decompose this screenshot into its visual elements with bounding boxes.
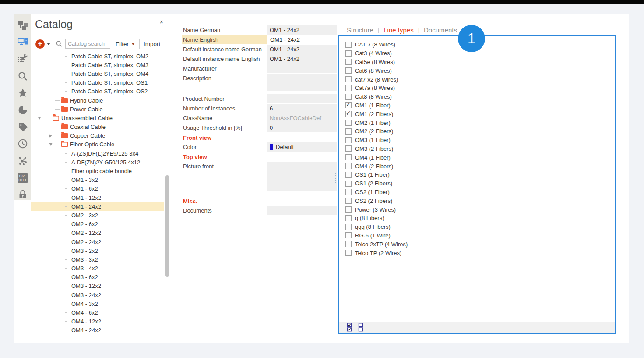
line-type-checkbox[interactable] xyxy=(345,76,352,82)
tree-item[interactable]: Fiber Optic Cable xyxy=(31,140,164,149)
line-type-row[interactable]: OM3 (1 Fiber) xyxy=(345,136,408,145)
line-type-checkbox[interactable] xyxy=(345,198,352,204)
line-type-row[interactable]: Telco TP (2 Wires) xyxy=(345,248,408,257)
line-type-checkbox[interactable] xyxy=(345,42,352,48)
search-icon[interactable] xyxy=(17,71,28,82)
tree-item[interactable]: A-DF(ZN)2Y G50/125 4x12 xyxy=(31,158,164,167)
line-type-checkbox[interactable] xyxy=(345,215,352,221)
tree-item[interactable]: OM1 - 6x2 xyxy=(31,184,164,193)
tree-item[interactable]: Patch Cable ST, simplex, OM2 xyxy=(31,52,164,60)
line-type-checkbox[interactable] xyxy=(345,241,352,247)
line-type-checkbox[interactable] xyxy=(345,120,352,126)
tree-item[interactable]: OM3 - 3x2 xyxy=(31,255,164,264)
line-type-checkbox[interactable] xyxy=(345,232,352,238)
line-type-checkbox[interactable] xyxy=(345,137,352,143)
property-value[interactable]: 0 xyxy=(267,123,337,132)
tree-item[interactable]: OM3 - 12x2 xyxy=(31,282,164,291)
import-button[interactable]: Import xyxy=(144,41,160,47)
line-type-row[interactable]: OM2 (2 Fibers) xyxy=(345,127,408,136)
line-type-row[interactable]: OM4 (2 Fibers) xyxy=(345,162,408,170)
property-value[interactable] xyxy=(267,206,337,215)
line-type-checkbox[interactable] xyxy=(345,102,352,108)
property-value[interactable]: Default xyxy=(267,142,337,152)
tree-item[interactable]: OM1 - 12x2 xyxy=(31,193,164,202)
close-icon[interactable]: × xyxy=(158,18,165,26)
property-value[interactable] xyxy=(267,162,337,191)
tree-item[interactable]: OM3 - 4x2 xyxy=(31,264,164,273)
tree-item[interactable]: OM3 - 24x2 xyxy=(31,291,164,299)
line-type-row[interactable]: qqq (8 Fibers) xyxy=(345,223,408,231)
tab-line-types[interactable]: Line types xyxy=(384,26,413,34)
tree-item[interactable]: A-(ZS)DF(L)2YE9/125 3x4 xyxy=(31,149,164,158)
line-type-checkbox[interactable] xyxy=(345,145,352,152)
tree-item[interactable]: OM4 - 24x2 xyxy=(31,326,164,335)
tree-item[interactable]: Patch Cable ST, simplex, OS2 xyxy=(31,87,164,96)
tree-item[interactable]: OM2 - 6x2 xyxy=(31,220,164,229)
line-type-checkbox[interactable] xyxy=(345,189,352,195)
tree-item[interactable]: Coaxial Cable xyxy=(31,123,164,131)
line-type-row[interactable]: Cat6 (8 Wires) xyxy=(345,66,408,75)
line-type-checkbox[interactable] xyxy=(345,59,352,65)
line-type-checkbox[interactable] xyxy=(345,250,352,256)
line-type-row[interactable]: OS2 (1 Fiber) xyxy=(345,188,408,197)
network-nodes-icon[interactable] xyxy=(17,155,28,167)
line-type-row[interactable]: OM4 (1 Fiber) xyxy=(345,153,408,162)
tree-item[interactable]: OM1 - 24x2 xyxy=(31,202,164,211)
line-type-checkbox[interactable] xyxy=(345,85,352,91)
line-type-row[interactable]: Cat3 (4 Wires) xyxy=(345,49,408,58)
line-type-row[interactable]: cat7 x2 (8 Wires) xyxy=(345,75,408,84)
property-value[interactable]: 6 xyxy=(267,104,337,113)
line-type-row[interactable]: OM1 (1 Fiber) xyxy=(345,101,408,110)
filter-button[interactable]: Filter xyxy=(116,41,135,47)
tree-scrollbar-thumb[interactable] xyxy=(165,175,169,277)
property-value[interactable] xyxy=(267,94,337,103)
tree-item[interactable]: OM4 - 12x2 xyxy=(31,317,164,326)
line-type-row[interactable]: OS1 (2 Fibers) xyxy=(345,179,408,188)
tree-item[interactable]: OM4 - 3x2 xyxy=(31,299,164,308)
property-value[interactable] xyxy=(267,64,337,73)
line-type-checkbox[interactable] xyxy=(345,128,352,135)
property-value[interactable] xyxy=(267,74,337,91)
line-type-row[interactable]: OS1 (1 Fiber) xyxy=(345,170,408,179)
property-value[interactable]: OM1 - 24x2 xyxy=(267,54,337,64)
line-type-checkbox[interactable] xyxy=(345,67,352,74)
tree-item[interactable]: Hybrid Cable xyxy=(31,96,164,105)
tree-item[interactable]: Patch Cable ST, simplex, OM4 xyxy=(31,69,164,78)
splitter-grip[interactable] xyxy=(335,173,337,184)
line-type-checkbox[interactable] xyxy=(345,111,352,117)
catalog-search-input[interactable] xyxy=(65,39,110,49)
tree-item[interactable]: Fiber optic cable bundle xyxy=(31,167,164,175)
tree-item[interactable]: Power Cable xyxy=(31,105,164,113)
line-type-row[interactable]: OS2 (2 Fibers) xyxy=(345,196,408,205)
property-value[interactable]: OM1 - 24x2 xyxy=(267,25,337,35)
property-value[interactable]: OM1 - 24x2 xyxy=(267,45,337,54)
line-type-row[interactable]: RG-6 (1 Wire) xyxy=(345,231,408,240)
line-type-checkbox[interactable] xyxy=(345,154,352,160)
tag-icon[interactable] xyxy=(17,121,28,133)
tree-item[interactable]: Unassembled Cable xyxy=(31,113,164,122)
line-type-row[interactable]: OM3 (2 Fibers) xyxy=(345,145,408,153)
tree-item[interactable]: OM1 - 3x2 xyxy=(31,176,164,184)
pie-chart-icon[interactable] xyxy=(17,104,28,116)
expanded-arrow-icon[interactable] xyxy=(38,117,53,120)
tree-item[interactable]: Patch Cable ST, simplex, OM3 xyxy=(31,60,164,69)
tree-item[interactable]: OM2 - 24x2 xyxy=(31,237,164,246)
line-type-row[interactable]: OM2 (1 Fiber) xyxy=(345,118,408,127)
line-type-checkbox[interactable] xyxy=(345,50,352,57)
line-type-row[interactable]: Cat8 (8 Wires) xyxy=(345,92,408,101)
tree-item[interactable]: OM3 - 2x2 xyxy=(31,246,164,255)
line-type-checkbox[interactable] xyxy=(345,172,352,178)
collapsed-arrow-icon[interactable] xyxy=(49,134,61,138)
tree-item[interactable]: OM3 - 6x2 xyxy=(31,273,164,282)
line-type-row[interactable]: Power (3 Wires) xyxy=(345,205,408,214)
lock-icon[interactable] xyxy=(17,189,28,200)
line-type-checkbox[interactable] xyxy=(345,206,352,213)
chevron-down-icon[interactable] xyxy=(47,43,50,45)
tools-icon[interactable] xyxy=(17,53,28,65)
line-type-checkbox[interactable] xyxy=(345,224,352,230)
devices-icon[interactable] xyxy=(17,37,28,48)
tree-item[interactable]: OM4 - 6x2 xyxy=(31,308,164,317)
tree-item[interactable]: Patch Cable ST, simplex, OS1 xyxy=(31,78,164,87)
line-type-row[interactable]: Cat7a (8 Wires) xyxy=(345,84,408,92)
tree-item[interactable]: Copper Cable xyxy=(31,131,164,140)
